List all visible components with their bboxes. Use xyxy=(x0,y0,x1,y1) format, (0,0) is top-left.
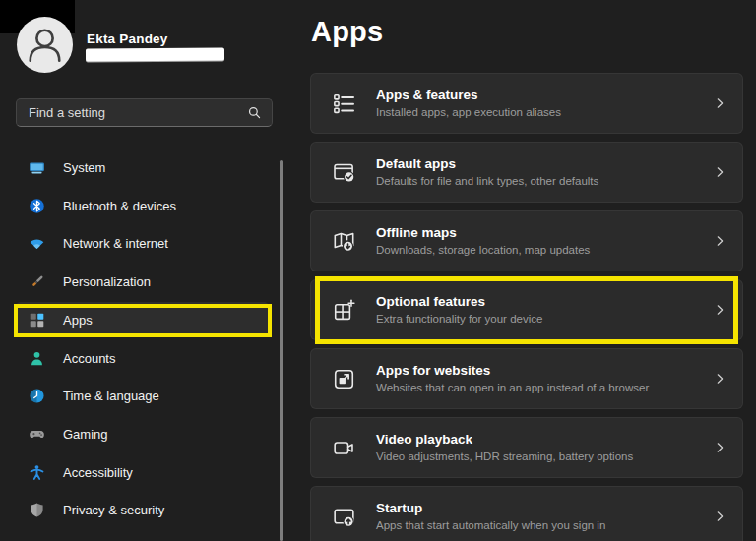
sidebar-item-personalization[interactable]: Personalization xyxy=(16,264,269,299)
default-apps-icon xyxy=(333,161,355,184)
apps-features-icon xyxy=(333,92,355,115)
search-box[interactable] xyxy=(16,98,273,127)
startup-icon xyxy=(333,506,355,528)
sidebar-item-label: Personalization xyxy=(63,274,151,289)
card-offline-maps[interactable]: Offline maps Downloads, storage location… xyxy=(310,210,743,271)
search-input[interactable] xyxy=(29,105,247,120)
bluetooth-icon xyxy=(29,198,45,214)
card-optional-features[interactable]: Optional features Extra functionality fo… xyxy=(310,279,743,340)
sidebar-item-label: System xyxy=(63,160,105,175)
card-apps-and-features[interactable]: Apps & features Installed apps, app exec… xyxy=(310,73,743,134)
sidebar-scrollbar[interactable] xyxy=(280,160,283,541)
accessibility-person-icon xyxy=(29,464,45,481)
shield-icon xyxy=(29,502,45,518)
card-title: Startup xyxy=(376,500,713,516)
sidebar-item-accessibility[interactable]: Accessibility xyxy=(16,454,269,490)
sidebar-item-label: Apps xyxy=(63,313,93,328)
chevron-right-icon xyxy=(713,165,726,179)
card-title: Default apps xyxy=(376,155,713,172)
card-title: Offline maps xyxy=(376,224,713,241)
sidebar-item-privacy-security[interactable]: Privacy & security xyxy=(16,492,269,527)
avatar[interactable] xyxy=(17,17,73,73)
account-person-icon xyxy=(29,350,45,367)
sidebar-item-bluetooth[interactable]: Bluetooth & devices xyxy=(16,188,269,223)
sidebar-item-apps[interactable]: Apps xyxy=(16,302,269,337)
person-icon xyxy=(17,17,73,73)
sidebar-item-system[interactable]: System xyxy=(16,150,269,185)
chevron-right-icon xyxy=(713,372,726,386)
sidebar-item-gaming[interactable]: Gaming xyxy=(16,416,269,451)
card-subtitle: Defaults for file and link types, other … xyxy=(376,174,713,189)
sidebar-item-label: Network & internet xyxy=(63,236,168,251)
settings-window: Ekta Pandey System Bluetooth & devices xyxy=(0,0,756,541)
card-subtitle: Websites that can open in an app instead… xyxy=(376,381,713,395)
card-subtitle: Installed apps, app execution aliases xyxy=(376,105,713,120)
wifi-icon xyxy=(29,235,45,252)
sidebar-item-network[interactable]: Network & internet xyxy=(16,225,269,261)
sidebar-item-accounts[interactable]: Accounts xyxy=(16,340,269,376)
sidebar-item-label: Bluetooth & devices xyxy=(63,199,176,213)
card-subtitle: Extra functionality for your device xyxy=(376,312,713,327)
email-redaction-bar xyxy=(86,48,224,62)
sidebar-item-label: Accessibility xyxy=(63,465,133,480)
clock-icon xyxy=(29,388,45,404)
chevron-right-icon xyxy=(713,234,726,248)
chevron-right-icon xyxy=(713,303,726,317)
card-subtitle: Apps that start automatically when you s… xyxy=(376,518,713,533)
card-title: Video playback xyxy=(376,431,713,448)
apps-for-websites-icon xyxy=(333,368,355,391)
sidebar-item-time-language[interactable]: Time & language xyxy=(16,378,269,413)
chevron-right-icon xyxy=(713,441,726,454)
sidebar-item-label: Gaming xyxy=(63,427,108,442)
chevron-right-icon xyxy=(713,96,726,110)
sidebar-item-label: Accounts xyxy=(63,351,115,366)
system-icon xyxy=(29,159,45,176)
sidebar-item-label: Privacy & security xyxy=(63,503,164,517)
card-startup[interactable]: Startup Apps that start automatically wh… xyxy=(310,486,743,541)
card-title: Apps & features xyxy=(376,87,713,103)
card-title: Apps for websites xyxy=(376,362,713,379)
gamepad-icon xyxy=(29,426,45,443)
card-subtitle: Video adjustments, HDR streaming, batter… xyxy=(376,450,713,464)
paintbrush-icon xyxy=(29,273,45,290)
card-video-playback[interactable]: Video playback Video adjustments, HDR st… xyxy=(310,417,743,478)
card-default-apps[interactable]: Default apps Defaults for file and link … xyxy=(310,142,743,203)
sidebar-item-label: Time & language xyxy=(63,389,159,403)
card-title: Optional features xyxy=(376,293,713,310)
video-playback-icon xyxy=(333,437,355,459)
profile-name: Ekta Pandey xyxy=(87,31,168,46)
card-subtitle: Downloads, storage location, map updates xyxy=(376,243,713,258)
card-apps-for-websites[interactable]: Apps for websites Websites that can open… xyxy=(310,348,743,409)
apps-grid-icon xyxy=(29,312,45,329)
page-title: Apps xyxy=(311,16,383,48)
optional-features-icon xyxy=(333,299,355,322)
search-icon xyxy=(247,105,262,120)
chevron-right-icon xyxy=(713,510,726,523)
offline-maps-icon xyxy=(333,230,355,253)
